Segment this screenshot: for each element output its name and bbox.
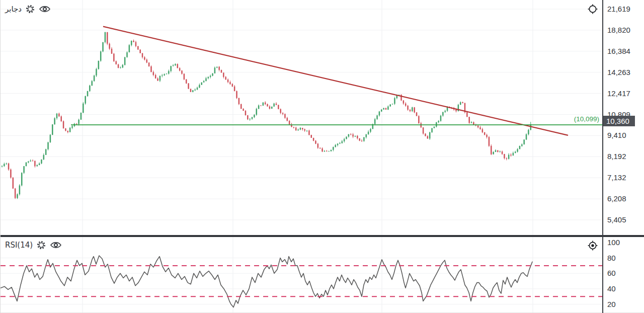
main-panel-legend: دجابر — [5, 4, 51, 14]
current-price-badge: 10,360 — [603, 116, 635, 126]
descending-trendline[interactable] — [103, 27, 568, 135]
target-dot-icon[interactable] — [587, 240, 599, 252]
eye-icon[interactable] — [50, 240, 62, 250]
price-axis-tick: 21,619 — [607, 5, 630, 13]
price-axis-tick: 12,417 — [607, 90, 630, 98]
eye-icon[interactable] — [39, 4, 51, 14]
rsi-axis-tick: 20 — [607, 300, 616, 308]
chart-canvas[interactable] — [1, 0, 644, 313]
price-axis-tick: 7,132 — [607, 174, 626, 182]
symbol-title[interactable]: دجابر — [5, 5, 22, 14]
price-axis-tick: 18,820 — [607, 26, 630, 34]
rsi-panel-legend: RSI(14) — [5, 240, 62, 250]
gear-icon[interactable] — [36, 240, 46, 250]
panel-divider[interactable] — [1, 235, 644, 237]
gear-icon[interactable] — [25, 4, 35, 14]
rsi-indicator-title[interactable]: RSI(14) — [5, 241, 33, 250]
candles-group — [2, 32, 531, 199]
price-axis-tick: 6,208 — [607, 195, 626, 203]
target-icon[interactable] — [587, 3, 599, 15]
price-axis-tick: 8,192 — [607, 152, 626, 161]
level-line-label: (10,099) — [519, 115, 599, 123]
trading-chart-window: دجابر RSI(14) — [0, 0, 644, 313]
rsi-axis-tick: 60 — [607, 269, 616, 277]
rsi-axis-tick: 100 — [607, 239, 620, 247]
rsi-axis-tick: 40 — [607, 285, 616, 293]
price-axis-tick: 14,263 — [607, 68, 630, 76]
price-axis-tick: 5,405 — [607, 216, 626, 224]
price-axis-tick: 16,384 — [607, 47, 630, 55]
axis-border — [602, 0, 603, 313]
rsi-line — [1, 256, 532, 307]
rsi-axis-tick: 80 — [607, 254, 616, 262]
price-axis-tick: 9,410 — [607, 131, 626, 139]
